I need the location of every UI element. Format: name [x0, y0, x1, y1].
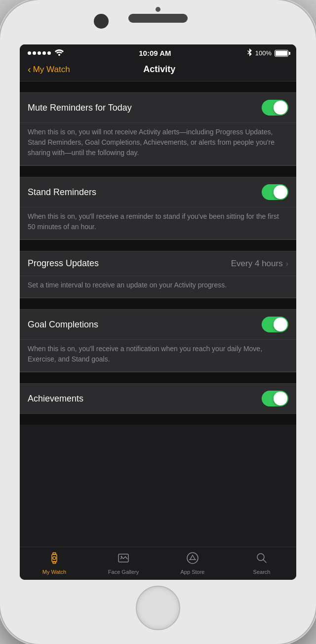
svg-point-0 — [58, 54, 60, 56]
back-label: My Watch — [33, 65, 70, 75]
back-chevron-icon: ‹ — [28, 64, 31, 75]
progress-updates-description: Set a time interval to receive an update… — [20, 276, 296, 298]
screen: 10:09 AM 100% ‹ My Watch — [20, 44, 296, 580]
my-watch-label: My Watch — [42, 569, 67, 575]
tab-search[interactable]: Search — [227, 551, 296, 575]
stand-reminders-description: When this is on, you'll receive a remind… — [20, 207, 296, 240]
nav-title: Activity — [70, 64, 249, 75]
progress-updates-value: Every 4 hours — [231, 259, 283, 269]
scroll-content[interactable]: Mute Reminders for Today When this is on… — [20, 81, 296, 547]
stand-reminders-description-text: When this is on, you'll receive a remind… — [28, 211, 288, 232]
status-time: 10:09 AM — [139, 49, 171, 57]
stand-reminders-row: Stand Reminders — [20, 177, 296, 207]
battery-icon — [275, 50, 288, 57]
status-left — [28, 49, 64, 57]
achievements-label: Achievements — [28, 394, 262, 404]
nav-header: ‹ My Watch Activity — [20, 60, 296, 81]
svg-point-4 — [53, 557, 56, 560]
svg-point-6 — [121, 556, 122, 558]
section-gap-2 — [20, 166, 296, 177]
goal-completions-description-text: When this is on, you'll receive a notifi… — [28, 344, 288, 364]
battery-indicator — [275, 50, 288, 57]
stand-reminders-label: Stand Reminders — [28, 187, 262, 198]
signal-dot-4 — [42, 51, 46, 55]
status-bar: 10:09 AM 100% — [20, 44, 296, 60]
mute-reminders-description: When this is on, you will not receive Ac… — [20, 123, 296, 165]
stand-reminders-section: Stand Reminders When this is on, you'll … — [20, 177, 296, 240]
search-icon — [255, 551, 269, 567]
mute-reminders-toggle[interactable] — [262, 100, 288, 116]
goal-completions-label: Goal Completions — [28, 320, 262, 330]
goal-completions-row: Goal Completions — [20, 310, 296, 340]
signal-dot-3 — [38, 51, 41, 55]
tab-bar: My Watch Face Gallery — [20, 547, 296, 580]
back-button[interactable]: ‹ My Watch — [28, 64, 70, 75]
svg-rect-2 — [53, 553, 56, 555]
mute-reminders-label: Mute Reminders for Today — [28, 103, 262, 113]
goal-completions-section: Goal Completions When this is on, you'll… — [20, 309, 296, 372]
toggle-knob — [274, 185, 287, 199]
search-label: Search — [253, 569, 271, 575]
battery-percent: 100% — [255, 49, 272, 57]
progress-updates-row[interactable]: Progress Updates Every 4 hours › — [20, 251, 296, 276]
goal-completions-toggle[interactable] — [262, 317, 288, 332]
achievements-section: Achievements — [20, 383, 296, 414]
signal-dot-5 — [47, 51, 51, 55]
stand-reminders-toggle[interactable] — [262, 184, 288, 200]
achievements-toggle[interactable] — [262, 391, 288, 406]
bluetooth-icon — [246, 48, 252, 58]
progress-updates-description-text: Set a time interval to receive an update… — [28, 280, 288, 290]
face-gallery-label: Face Gallery — [108, 569, 139, 575]
progress-updates-section: Progress Updates Every 4 hours › Set a t… — [20, 251, 296, 298]
mute-reminders-row: Mute Reminders for Today — [20, 93, 296, 123]
front-camera — [94, 14, 109, 29]
toggle-knob — [274, 101, 287, 115]
section-gap-4 — [20, 298, 296, 309]
signal-dot-2 — [33, 51, 36, 55]
progress-updates-chevron-icon: › — [286, 259, 288, 268]
mute-reminders-section: Mute Reminders for Today When this is on… — [20, 92, 296, 166]
section-gap-1 — [20, 81, 296, 92]
signal-strength — [28, 51, 51, 55]
progress-updates-label: Progress Updates — [28, 258, 231, 269]
tab-face-gallery[interactable]: Face Gallery — [89, 551, 158, 575]
battery-fill — [276, 51, 287, 56]
my-watch-icon — [47, 551, 61, 567]
section-gap-6 — [20, 414, 296, 425]
app-store-label: App Store — [181, 569, 205, 575]
tab-app-store[interactable]: App Store — [158, 551, 227, 575]
goal-completions-description: When this is on, you'll receive a notifi… — [20, 340, 296, 372]
svg-rect-3 — [53, 562, 56, 564]
mute-reminders-description-text: When this is on, you will not receive Ac… — [28, 127, 288, 158]
status-right: 100% — [246, 48, 288, 58]
tab-my-watch[interactable]: My Watch — [20, 551, 89, 575]
section-gap-5 — [20, 372, 296, 383]
wifi-icon — [55, 49, 64, 57]
section-gap-3 — [20, 240, 296, 251]
toggle-knob — [274, 392, 287, 405]
face-gallery-icon — [117, 551, 130, 567]
achievements-row: Achievements — [20, 384, 296, 413]
speaker-bar — [128, 14, 188, 23]
home-button[interactable] — [136, 586, 180, 630]
svg-line-9 — [263, 560, 266, 563]
svg-point-7 — [187, 553, 198, 564]
phone-frame: 10:09 AM 100% ‹ My Watch — [0, 0, 316, 644]
app-store-icon — [186, 551, 199, 567]
toggle-knob — [274, 318, 287, 331]
signal-dot-1 — [28, 51, 31, 55]
